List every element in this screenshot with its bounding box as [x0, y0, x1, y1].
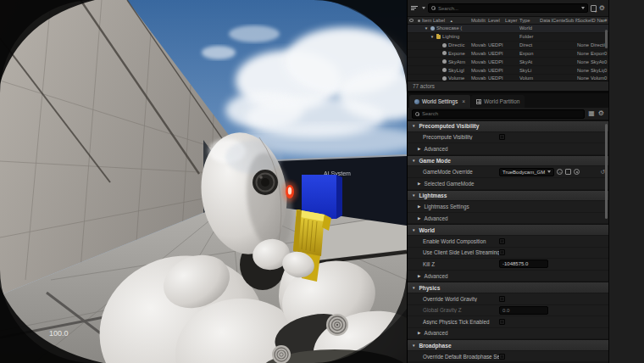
row-label-cell: SkyAtm [422, 59, 471, 64]
outliner-panel: Search... ⚙ Item Label ▲ Mobilit Level L… [408, 0, 608, 93]
viewport-3d[interactable]: AI System [0, 0, 407, 363]
outliner-row[interactable]: VolumeMovabUEDPIVolumNoneVolum0 [408, 75, 608, 81]
col-data-layers[interactable]: Data L [540, 18, 552, 23]
ws-section-precomputed-visibility[interactable]: ▼Precomputed Visibility [408, 120, 608, 132]
reset-to-default-icon[interactable]: ↺ [600, 169, 605, 176]
collapsed-arrow-icon: ▶ [418, 216, 420, 221]
checkbox-unchecked[interactable] [499, 296, 505, 302]
search-icon [415, 112, 419, 116]
display-options-icon[interactable]: ▦ [588, 110, 595, 117]
outliner-row[interactable]: SkyLiglMovabUEDPISkyLiNoneSkyLig0 [408, 66, 608, 75]
cell-socket: None [577, 42, 591, 47]
pin-column-icon[interactable] [418, 20, 420, 22]
col-type[interactable]: Type [519, 18, 540, 23]
property-value [499, 296, 608, 302]
edit-asset-icon[interactable] [574, 169, 580, 175]
ws-section-physics[interactable]: ▼Physics [408, 282, 608, 293]
outliner-column-header[interactable]: Item Label ▲ Mobilit Level Layer Type Da… [408, 16, 608, 25]
col-center[interactable]: Center [552, 18, 565, 23]
ws-prop-override-default-broadphase-settings: Override Default Broadphase Settings [408, 351, 608, 363]
collapsed-label: Advanced [424, 215, 447, 221]
col-layer[interactable]: Layer [505, 18, 519, 23]
editor-background-strip [608, 0, 644, 363]
search-options-caret-icon[interactable] [581, 7, 585, 9]
distance-readout: 100.0 [49, 329, 69, 338]
checkbox-unchecked[interactable] [499, 238, 505, 244]
property-label: Precompute Visibility [408, 134, 499, 140]
robot-ear-speaker [253, 170, 278, 195]
cell-id-name: SkyAtm [591, 59, 604, 64]
ws-collapsed-advanced[interactable]: ▶Advanced [408, 328, 608, 340]
collapsed-label: Advanced [424, 273, 447, 279]
ws-collapsed-lightmass-settings[interactable]: ▶Lightmass Settings [408, 201, 608, 213]
col-level[interactable]: Level [488, 18, 505, 23]
outliner-row[interactable]: ExponeMovabUEDPIExponNoneExpon0 [408, 50, 608, 59]
ws-collapsed-advanced[interactable]: ▶Advanced [408, 213, 608, 225]
globe-icon [414, 99, 419, 104]
col-socket[interactable]: Socket [577, 18, 591, 23]
cell-id-name: Directi [591, 42, 604, 47]
filter-caret-icon[interactable] [422, 7, 425, 9]
col-id-name[interactable]: ID Nan [591, 18, 604, 23]
col-sub-package[interactable]: Sub Pa [565, 18, 577, 23]
outliner-scrollbar[interactable] [605, 30, 608, 48]
filter-icon[interactable] [411, 6, 419, 10]
cell-id-name: SkyLig [591, 68, 604, 73]
visibility-column-eye-icon[interactable] [409, 19, 414, 22]
checkbox-unchecked[interactable] [499, 354, 505, 360]
cell-level: UEDPI [488, 68, 505, 73]
add-item-icon[interactable] [591, 5, 597, 12]
property-value [499, 354, 608, 360]
gamemode-dropdown[interactable]: TrueBodycam_GM [499, 168, 554, 176]
sky-light-icon [442, 68, 447, 72]
actor-label: Directic [448, 42, 464, 47]
value-input[interactable]: 0.0 [499, 306, 548, 315]
collapsed-label: Selected GameMode [424, 181, 474, 187]
ws-collapsed-selected-gamemode[interactable]: ▶Selected GameMode [408, 178, 608, 190]
col-mobility[interactable]: Mobilit [471, 18, 488, 23]
cell-level: UEDPI [488, 51, 505, 56]
outliner-row[interactable]: SkyAtmMovabUEDPISkyAtNoneSkyAtm0 [408, 58, 608, 66]
ws-search-input[interactable]: Search [412, 109, 585, 119]
collapsed-label: Advanced [424, 330, 447, 336]
tab-world-partition[interactable]: World Partition [471, 95, 525, 108]
checkbox-unchecked[interactable] [499, 134, 505, 140]
row-label-cell: Expone [422, 51, 471, 56]
world-icon [430, 26, 435, 31]
cell-type: Direct [519, 42, 540, 47]
ws-section-world[interactable]: ▼World [408, 224, 608, 236]
outliner-row[interactable]: DirecticMovabUEDPIDirectNoneDirecti0 [408, 42, 608, 50]
ws-section-broadphase[interactable]: ▼Broadphase [408, 339, 608, 351]
expand-arrow-icon[interactable]: ▼ [430, 35, 435, 39]
tab-world-settings[interactable]: World Settings × [409, 95, 470, 108]
collapsed-label: Lightmass Settings [424, 204, 469, 209]
ws-settings-gear-icon[interactable]: ⚙ [598, 110, 604, 117]
value-input[interactable]: -1048575.0 [499, 260, 548, 268]
actor-label: Expone [448, 51, 465, 56]
outliner-settings-gear-icon[interactable]: ⚙ [599, 5, 605, 12]
outliner-row[interactable]: ▼LightingFolder [408, 33, 608, 42]
cell-mobility: Movab [471, 68, 488, 73]
outliner-toolbar: Search... ⚙ [408, 0, 608, 16]
ws-prop-override-world-gravity: Override World Gravity [408, 293, 608, 305]
section-label: Game Mode [419, 158, 450, 164]
ws-section-game-mode[interactable]: ▼Game Mode [408, 155, 608, 167]
row-label-cell: Directic [422, 42, 471, 47]
use-selected-asset-icon[interactable] [557, 169, 563, 175]
checkbox-unchecked[interactable] [499, 319, 505, 325]
property-label: Enable World Composition [408, 238, 499, 244]
browse-asset-icon[interactable] [565, 169, 571, 175]
ws-section-lightmass[interactable]: ▼Lightmass [408, 190, 608, 202]
ws-rows: ▼Precomputed VisibilityPrecompute Visibi… [408, 120, 608, 363]
robot-eye-glow [282, 182, 297, 202]
ws-collapsed-advanced[interactable]: ▶Advanced [408, 271, 608, 282]
expand-arrow-icon[interactable]: ▼ [424, 26, 429, 31]
row-label-cell: ▼Showcase ( [422, 25, 471, 31]
close-tab-icon[interactable]: × [462, 98, 465, 104]
property-value [499, 319, 608, 325]
outliner-row[interactable]: ▼Showcase (World [408, 25, 608, 33]
actor-label: Showcase ( [436, 25, 462, 31]
checkbox-unchecked[interactable] [499, 249, 505, 255]
ws-collapsed-advanced[interactable]: ▶Advanced [408, 143, 608, 155]
outliner-search-input[interactable]: Search... [428, 3, 588, 13]
